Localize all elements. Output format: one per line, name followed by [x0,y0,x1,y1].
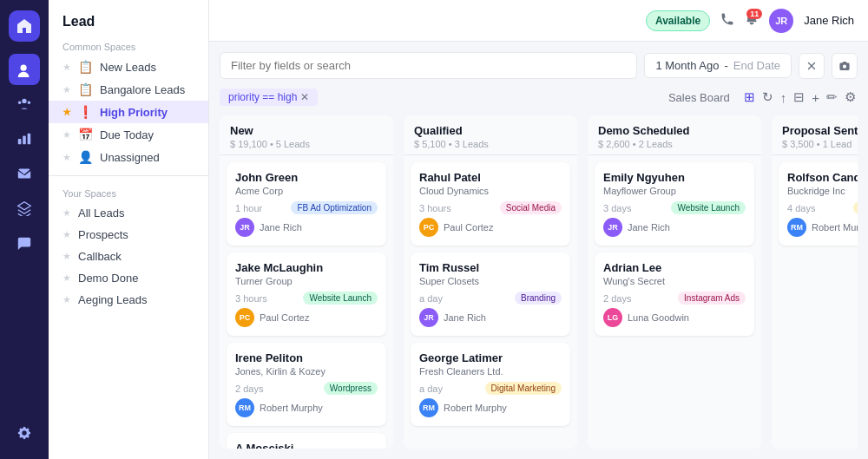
card-company: Buckridge Inc [787,186,858,196]
card-assignee: Paul Cortez [260,312,309,323]
star-icon: ★ [62,272,71,284]
notifications-icon[interactable]: 11 [745,12,759,30]
your-spaces-label: Your Spaces [49,183,208,202]
col-header-qualified: Qualified $ 5,100 • 3 Leads [404,115,577,155]
sidebar-item-label: Due Today [100,128,154,141]
card-avatar: RM [419,398,438,417]
card-assignee: Robert Murphy [812,222,858,233]
card-name: Tim Russel [419,261,562,274]
sidebar-title: Lead [49,10,208,36]
card-irene[interactable]: Irene Peliton Jones, Kirlin & Kozey 2 da… [227,343,386,426]
filter-tags-row: priority == high ✕ Sales Board ⊞ ↻ ↑ ⊟ +… [220,88,858,107]
card-tag: FB Ad Optimization [291,201,378,214]
avatar: JR [769,9,793,33]
nav-settings[interactable] [9,417,40,449]
card-time: 1 hour [235,203,262,213]
sidebar-item-high-priority[interactable]: ★ ❗ High Priority [49,101,208,123]
col-title: New [230,124,383,137]
card-assignee: Jane Rich [628,222,670,233]
star-icon: ★ [62,207,71,219]
nav-email[interactable] [9,158,40,189]
sidebar-item-due-today[interactable]: ★ 📅 Due Today [49,123,208,146]
nav-analytics[interactable] [9,123,40,154]
settings-btn[interactable]: ⚙ [843,88,858,107]
card-company: Mayflower Group [603,186,746,196]
nav-leads[interactable] [9,54,40,85]
card-assignee: Jane Rich [260,222,302,233]
sidebar-item-new-leads[interactable]: ★ 📋 New Leads [49,56,208,78]
sidebar-item-bangalore[interactable]: ★ 📋 Bangalore Leads [49,78,208,101]
card-time: 3 hours [235,293,267,304]
card-tag: Social Media [500,201,562,214]
edit-btn[interactable]: ✏ [825,88,839,107]
date-range-picker[interactable]: 1 Month Ago - End Date [644,53,792,78]
sidebar-item-label: Prospects [78,228,128,241]
card-emily[interactable]: Emily Ngyuhen Mayflower Group 3 days Web… [595,162,754,246]
card-rahul[interactable]: Rahul Patel Cloud Dynamics 3 hours Socia… [411,162,570,246]
sidebar-item-demo-done[interactable]: ★ Demo Done [49,267,208,289]
card-name: George Latimer [419,351,562,364]
card-george[interactable]: George Latimer Fresh Cleaners Ltd. a day… [411,343,570,426]
close-button[interactable] [799,53,825,79]
col-meta: $ 5,100 • 3 Leads [414,139,567,149]
card-avatar: RM [235,398,254,417]
card-company: Wung's Secret [603,276,746,286]
sidebar-item-label: Bangalore Leads [100,83,185,96]
card-assignee: Paul Cortez [444,222,493,233]
col-header-proposal: Proposal Sent $ 3,500 • 1 Lead [772,115,858,155]
card-avatar: JR [419,308,438,327]
card-time: 3 days [603,203,631,213]
card-time: 2 days [235,384,263,394]
notification-count: 11 [746,9,762,19]
card-adrian[interactable]: Adrian Lee Wung's Secret 2 days Instagra… [595,252,754,336]
card-tag: Digital Marketing [853,201,858,214]
columns-btn[interactable]: ⊟ [792,88,806,107]
card-rolfson[interactable]: Rolfson Candelario Buckridge Inc 4 days … [779,162,858,246]
export-btn[interactable]: ↑ [779,89,789,107]
card-john-green[interactable]: John Green Acme Corp 1 hour FB Ad Optimi… [227,162,386,246]
card-jake[interactable]: Jake McLaughin Turner Group 3 hours Webs… [227,252,386,336]
sidebar-item-aeging[interactable]: ★ Aeging Leads [49,289,208,311]
card-avatar: RM [787,218,806,237]
filter-bar: 1 Month Ago - End Date [220,52,858,79]
search-input[interactable] [220,52,637,79]
phone-icon[interactable] [720,12,734,30]
col-header-new: New $ 19,100 • 5 Leads [220,115,393,155]
sidebar-item-unassigned[interactable]: ★ 👤 Unassigned [49,146,208,168]
add-btn[interactable]: + [810,89,821,107]
kanban-board: New $ 19,100 • 5 Leads John Green Acme C… [220,115,858,449]
card-avatar: PC [235,308,254,327]
sidebar-item-prospects[interactable]: ★ Prospects [49,224,208,246]
sidebar-item-callback[interactable]: ★ Callback [49,246,208,267]
nav-layers[interactable] [9,193,40,224]
camera-button[interactable] [832,53,858,79]
card-mosciski[interactable]: A Mosciski Red Stone 1 hour Social Media… [227,433,386,449]
card-name: Adrian Lee [603,261,746,274]
card-company: Cloud Dynamics [419,186,562,196]
main-area: Available 11 JR Jane Rich 1 Month Ago - … [209,0,868,459]
card-avatar: LG [603,308,622,327]
card-company: Fresh Cleaners Ltd. [419,366,562,377]
circle-view-btn[interactable]: ↻ [760,88,775,107]
card-time: 3 hours [419,203,451,213]
star-icon: ★ [62,62,71,73]
card-time: a day [419,384,443,394]
card-tag: Branding [515,292,562,305]
sidebar-item-label: Aeging Leads [78,293,148,306]
card-tim[interactable]: Tim Russel Super Closets a day Branding … [411,252,570,336]
kanban-col-qualified: Qualified $ 5,100 • 3 Leads Rahul Patel … [404,115,577,449]
content-area: 1 Month Ago - End Date priority == high … [209,42,868,459]
nav-chat[interactable] [9,227,40,259]
sidebar-item-all-leads[interactable]: ★ All Leads [49,202,208,224]
remove-filter-icon[interactable]: ✕ [300,91,309,103]
view-buttons: ⊞ ↻ ↑ ⊟ + ✏ ⚙ [742,88,858,107]
app-logo [9,10,40,42]
sidebar-item-label: Callback [78,250,122,263]
nav-contacts[interactable] [9,89,40,120]
card-company: Turner Group [235,276,378,286]
status-badge[interactable]: Available [646,10,710,31]
col-title: Proposal Sent [782,124,858,137]
active-filter-tag[interactable]: priority == high ✕ [220,89,318,106]
col-meta: $ 3,500 • 1 Lead [782,139,858,149]
grid-view-btn[interactable]: ⊞ [742,88,757,107]
